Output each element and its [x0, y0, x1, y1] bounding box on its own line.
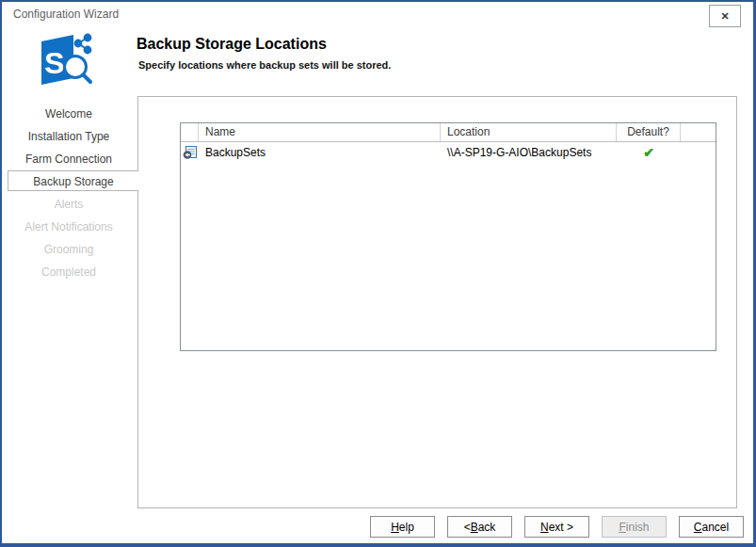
back-label-post: ack [478, 521, 496, 534]
finish-label-post: inish [626, 521, 650, 534]
help-button[interactable]: Help [370, 516, 435, 538]
close-button[interactable]: ✕ [709, 5, 741, 27]
column-header-default[interactable]: Default? [617, 123, 681, 141]
sidebar-item-farm-connection[interactable]: Farm Connection [0, 150, 137, 169]
row-name: BackupSets [199, 146, 441, 159]
sidebar-item-alerts: Alerts [0, 195, 137, 214]
next-button[interactable]: Next > [524, 516, 589, 538]
sidebar-item-completed: Completed [0, 263, 137, 282]
sharepoint-search-logo: S [34, 32, 94, 90]
close-icon: ✕ [720, 10, 729, 23]
cancel-button[interactable]: Cancel [679, 516, 744, 538]
finish-label-mnemonic: F [619, 521, 625, 534]
column-header-icon[interactable] [181, 123, 199, 141]
help-label-post: elp [399, 521, 414, 534]
sidebar-item-installation-type[interactable]: Installation Type [0, 127, 137, 146]
svg-text:S: S [44, 46, 64, 80]
sidebar-item-alert-notifications: Alert Notifications [0, 217, 137, 236]
row-location: \\A-SP19-G-AIO\BackupSets [441, 146, 617, 159]
back-label-mnemonic: B [471, 521, 478, 534]
column-header-location[interactable]: Location [441, 123, 617, 141]
column-header-filler [681, 123, 716, 141]
backup-location-icon [181, 145, 199, 160]
page-title: Backup Storage Locations [137, 36, 327, 53]
configuration-wizard-window: Configuration Wizard ✕ S Backup Storage … [0, 0, 756, 547]
sidebar-item-backup-storage[interactable]: Backup Storage [8, 170, 138, 191]
table-header: Name Location Default? [181, 123, 716, 142]
cancel-label-mnemonic: C [694, 521, 702, 534]
page-subtitle: Specify locations where backup sets will… [138, 59, 391, 71]
back-button[interactable]: < Back [447, 516, 512, 538]
column-header-name[interactable]: Name [199, 123, 441, 141]
default-check-icon: ✔ [617, 142, 681, 163]
next-label-mnemonic: N [540, 521, 549, 534]
sidebar-item-welcome[interactable]: Welcome [0, 105, 137, 123]
sidebar-item-grooming: Grooming [0, 240, 137, 259]
table-row[interactable]: BackupSets \\A-SP19-G-AIO\BackupSets ✔ [181, 142, 716, 163]
next-label-post: ext > [549, 521, 573, 534]
help-label-mnemonic: H [391, 521, 399, 534]
cancel-label-post: ancel [701, 521, 729, 534]
window-title: Configuration Wizard [13, 8, 119, 21]
back-label-pre: < [464, 521, 471, 534]
finish-button: Finish [602, 516, 667, 538]
storage-locations-table: Name Location Default? BackupSets \\A-SP… [180, 122, 716, 351]
